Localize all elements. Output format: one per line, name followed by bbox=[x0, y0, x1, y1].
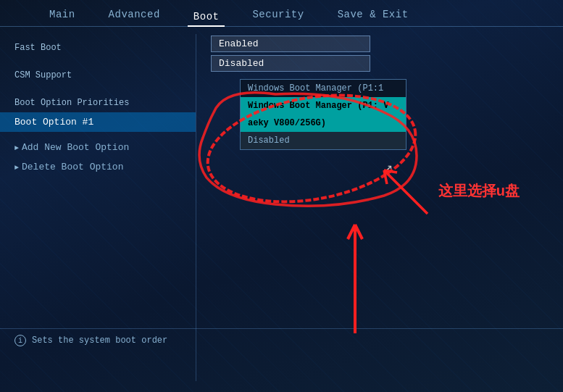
boot-option-dropdown: Windows Boot Manager (P1:1 Windows Boot … bbox=[240, 79, 406, 150]
dropdown-header: Windows Boot Manager (P1:1 bbox=[241, 80, 406, 97]
fast-boot-value[interactable]: Enabled bbox=[211, 36, 370, 52]
menu-boot-option-1[interactable]: Boot Option #1 bbox=[0, 112, 196, 132]
nav-boot[interactable]: Boot bbox=[188, 8, 225, 27]
menu-boot-option-priorities: Boot Option Priorities bbox=[0, 91, 196, 112]
nav-main[interactable]: Main bbox=[43, 6, 81, 23]
bottom-bar: i Sets the system boot order bbox=[0, 328, 563, 352]
chinese-annotation: 这里选择u盘 bbox=[438, 181, 520, 201]
menu-delete-boot-option[interactable]: Delete Boot Option bbox=[0, 157, 196, 177]
menu-fast-boot[interactable]: Fast Boot bbox=[0, 36, 196, 57]
csm-value[interactable]: Disabled bbox=[211, 55, 370, 72]
dropdown-item-1[interactable]: Windows Boot Manager (P1: V bbox=[241, 97, 406, 114]
menu-csm-support[interactable]: CSM Support bbox=[0, 63, 196, 85]
info-text: Sets the system boot order bbox=[32, 335, 167, 346]
nav-advanced[interactable]: Advanced bbox=[103, 6, 166, 23]
menu-add-boot-option[interactable]: Add New Boot Option bbox=[0, 138, 196, 157]
dropdown-item-disabled[interactable]: Disabled bbox=[241, 132, 406, 149]
nav-security[interactable]: Security bbox=[246, 6, 309, 23]
nav-bar: Main Advanced Boot Security Save & Exit bbox=[0, 0, 563, 27]
nav-save-exit[interactable]: Save & Exit bbox=[332, 6, 414, 23]
dropdown-item-2[interactable]: aeky V800/256G) bbox=[241, 114, 406, 132]
info-icon: i bbox=[14, 335, 26, 346]
